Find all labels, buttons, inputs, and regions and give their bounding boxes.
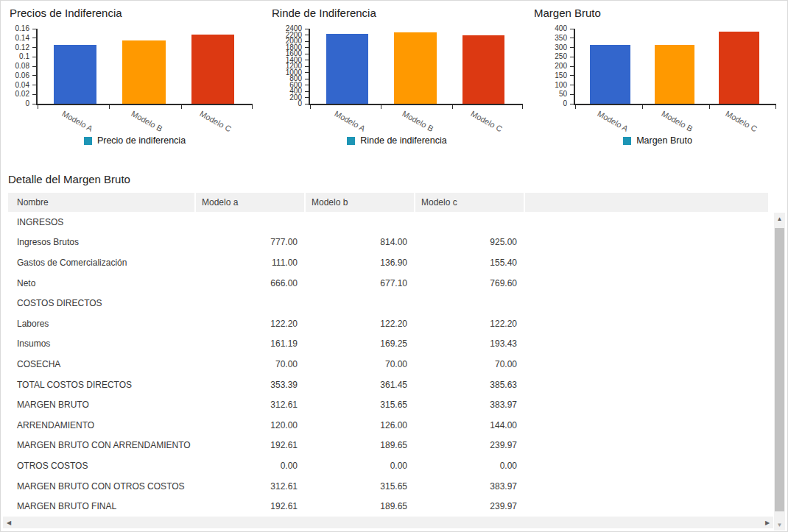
legend-swatch-icon (347, 137, 355, 145)
row-name-cell: MARGEN BRUTO CON ARRENDAMIENTO (8, 440, 196, 450)
row-name-cell: MARGEN BRUTO FINAL (8, 501, 196, 511)
table-row: COSTOS DIRECTOS (8, 293, 768, 313)
row-value-cell: 0.00 (415, 461, 525, 471)
legend-label: Rinde de indiferencia (360, 135, 446, 146)
row-value-cell: 70.00 (306, 359, 415, 369)
y-axis-tick-label: 0 (4, 99, 29, 107)
y-axis-tick-label: 0.1 (4, 52, 29, 60)
row-value-cell: 192.61 (196, 440, 306, 450)
column-header-modelo-b: Modelo b (306, 193, 414, 212)
x-axis-category-label: Modelo B (660, 109, 694, 133)
y-axis-tick-mark (570, 38, 574, 38)
row-value-cell: 777.00 (196, 237, 306, 247)
vertical-scrollbar[interactable]: ▲ ▼ (774, 213, 785, 531)
table-body: INGRESOSIngresos Brutos777.00814.00925.0… (8, 212, 768, 517)
y-axis-tick-mark (305, 29, 309, 29)
table-row: MARGEN BRUTO312.61315.65383.97 (8, 394, 768, 415)
y-axis-tick-mark (32, 75, 36, 76)
bar-modelo-c[interactable] (191, 35, 234, 104)
y-axis-tick-mark (570, 57, 574, 57)
horizontal-scrollbar[interactable]: ◀ ▶ (3, 517, 773, 528)
legend-swatch-icon (84, 137, 92, 145)
row-name-cell: Neto (8, 278, 196, 288)
y-axis-tick-label: 2400 (266, 24, 302, 32)
row-value-cell: 239.97 (415, 501, 525, 511)
y-axis-tick-label: 0.12 (4, 43, 29, 52)
row-name-cell: MARGEN BRUTO CON OTROS COSTOS (8, 481, 196, 492)
y-axis-tick-mark (570, 85, 574, 85)
row-value-cell: 189.65 (306, 501, 415, 511)
x-axis-tick-mark (310, 105, 311, 109)
vertical-scroll-track[interactable] (774, 224, 785, 519)
y-axis-tick-mark (570, 75, 574, 76)
chart-rinde-de-indiferencia: Rinde de Indiferencia0200400600800100012… (266, 4, 528, 146)
row-name-cell: Insumos (8, 338, 196, 349)
y-axis-tick-label: 250 (528, 52, 567, 60)
chart-legend: Precio de indiferencia (4, 135, 266, 146)
row-name-cell: MARGEN BRUTO (8, 400, 196, 410)
y-axis-tick-label: 50 (528, 90, 567, 98)
bar-modelo-c[interactable] (462, 35, 505, 104)
x-axis-tick-mark (252, 105, 253, 109)
column-header-nombre: Nombre (8, 193, 194, 212)
y-axis-tick-mark (305, 35, 309, 35)
table-row: Gastos de Comercialización111.00136.9015… (8, 252, 768, 273)
bar-modelo-c[interactable] (719, 32, 759, 104)
chart-precios-de-indiferencia: Precios de Indiferencia00.020.040.060.08… (4, 4, 266, 146)
chart-plot-area: 0200400600800100012001400160018002000220… (266, 23, 528, 133)
y-axis-tick-mark (570, 66, 574, 67)
vertical-scroll-thumb[interactable] (775, 228, 784, 511)
table-row: MARGEN BRUTO CON ARRENDAMIENTO192.61189.… (8, 436, 768, 456)
scroll-up-button[interactable]: ▲ (774, 213, 785, 224)
bar-modelo-b[interactable] (122, 40, 165, 104)
column-header-modelo-c: Modelo c (415, 193, 524, 212)
table-row: Insumos161.19169.25193.43 (8, 334, 768, 355)
row-name-cell: COSTOS DIRECTOS (8, 298, 196, 308)
y-axis-tick-mark (305, 54, 309, 54)
scroll-down-button[interactable]: ▼ (774, 519, 785, 531)
y-axis-tick-mark (32, 94, 36, 95)
scroll-right-button[interactable]: ▶ (761, 517, 773, 528)
row-value-cell: 120.00 (196, 420, 306, 430)
bar-modelo-a[interactable] (54, 45, 96, 104)
bar-modelo-b[interactable] (394, 32, 437, 104)
row-value-cell: 169.25 (306, 338, 415, 349)
legend-label: Margen Bruto (636, 135, 692, 146)
bar-modelo-a[interactable] (590, 45, 630, 104)
row-value-cell: 385.63 (415, 380, 525, 390)
table-row: Labores122.20122.20122.20 (8, 313, 768, 334)
y-axis-tick-mark (305, 60, 309, 60)
report-window: Precios de Indiferencia00.020.040.060.08… (0, 0, 788, 532)
row-value-cell: 122.20 (306, 319, 415, 329)
y-axis-tick-mark (305, 79, 309, 79)
margen-bruto-table: NombreModelo aModelo bModelo c INGRESOSI… (8, 193, 768, 517)
y-axis-tick-mark (305, 72, 309, 73)
row-value-cell: 666.00 (196, 278, 306, 288)
bar-modelo-a[interactable] (326, 34, 369, 104)
x-axis-tick-mark (522, 105, 523, 109)
row-value-cell: 925.00 (415, 237, 525, 247)
row-value-cell: 70.00 (196, 359, 306, 369)
chart-legend: Margen Bruto (528, 135, 787, 146)
charts-row: Precios de Indiferencia00.020.040.060.08… (4, 4, 787, 146)
row-value-cell: 353.39 (196, 380, 306, 390)
y-axis-tick-mark (32, 57, 36, 57)
y-axis-tick-label: 0 (528, 99, 567, 107)
y-axis-tick-label: 0.08 (4, 62, 29, 70)
bar-modelo-b[interactable] (655, 45, 695, 104)
row-value-cell: 312.61 (196, 400, 306, 410)
row-name-cell: Gastos de Comercialización (8, 258, 196, 268)
table-header-row: NombreModelo aModelo bModelo c (8, 193, 768, 212)
x-axis-category-label: Modelo C (725, 109, 759, 133)
x-axis-tick-mark (709, 105, 710, 109)
row-value-cell: 814.00 (306, 237, 415, 247)
scroll-up-icon: ▲ (777, 216, 783, 222)
row-value-cell: 769.60 (415, 278, 525, 288)
y-axis-tick-mark (32, 85, 36, 85)
row-value-cell: 193.43 (415, 338, 525, 349)
row-value-cell: 111.00 (196, 258, 306, 268)
x-axis-tick-mark (181, 105, 182, 109)
column-header-filler (525, 193, 768, 212)
row-value-cell: 0.00 (196, 461, 306, 471)
scroll-left-button[interactable]: ◀ (3, 517, 15, 528)
